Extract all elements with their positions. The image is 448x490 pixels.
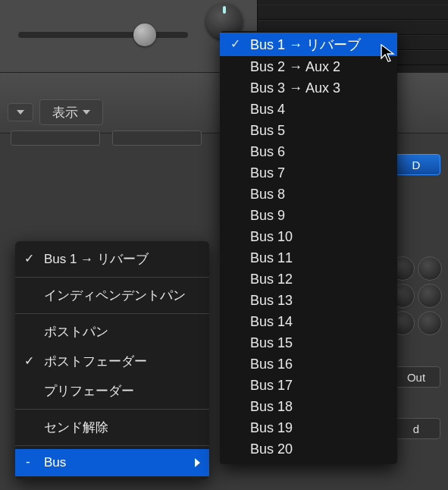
menu-item-pre-fader[interactable]: プリフェーダー — [15, 376, 209, 406]
bus-menu-item[interactable]: Bus 16 — [220, 353, 397, 375]
submenu-arrow-icon — [195, 458, 200, 467]
slot-d2[interactable]: d — [392, 418, 440, 439]
bus-submenu: ✓ Bus 1 → リバーブ Bus 2 → Aux 2 Bus 3 → Aux… — [220, 31, 397, 464]
bus-menu-label: Bus 17 — [250, 378, 293, 393]
zoom-slider-track[interactable] — [18, 32, 188, 38]
bus-menu-label: Bus 2 → Aux 2 — [250, 59, 340, 74]
bus-menu-label: Bus 7 — [250, 165, 285, 181]
bus-menu-item[interactable]: Bus 2 → Aux 2 — [220, 56, 397, 77]
bus-menu-label: Bus 13 — [250, 293, 293, 308]
menu-item-remove-send[interactable]: センド解除 — [15, 413, 209, 442]
show-view-button[interactable]: 表示 — [39, 99, 103, 125]
slot-label: d — [413, 422, 419, 435]
zoom-slider-thumb[interactable] — [133, 24, 156, 46]
menu-item-independent-pan[interactable]: インディペンデントパン — [15, 281, 209, 310]
bus-menu-label: Bus 11 — [250, 250, 293, 265]
check-icon: ✓ — [24, 353, 34, 368]
bus-menu-item[interactable]: Bus 8 — [220, 184, 397, 205]
menu-item-label: プリフェーダー — [44, 384, 134, 398]
bus-menu-item[interactable]: Bus 17 — [220, 375, 397, 396]
bus-menu-item[interactable]: Bus 5 — [220, 120, 397, 141]
send-knob[interactable] — [418, 311, 442, 335]
menu-item-bus-submenu[interactable]: - Bus — [15, 449, 209, 476]
menu-item-label: ポストパン — [44, 325, 108, 339]
chevron-down-icon — [83, 110, 90, 115]
channel-slot[interactable] — [112, 130, 202, 146]
menu-item-label: Bus 1 → リバーブ — [44, 252, 149, 266]
bus-menu-label: Bus 16 — [250, 357, 293, 372]
bus-menu-label: Bus 14 — [250, 314, 293, 329]
insert-label: D — [412, 159, 421, 171]
bus-menu-item[interactable]: Bus 4 — [220, 99, 397, 120]
bus-menu-item[interactable]: Bus 20 — [220, 438, 397, 460]
bus-menu-item[interactable]: Bus 6 — [220, 141, 397, 162]
chevron-down-icon — [17, 110, 24, 115]
bus-menu-item[interactable]: Bus 7 — [220, 162, 397, 184]
output-slot[interactable]: Out — [392, 366, 440, 388]
bus-menu-item[interactable]: Bus 14 — [220, 311, 397, 332]
check-icon: ✓ — [230, 36, 240, 51]
menu-item-post-fader[interactable]: ✓ ポストフェーダー — [15, 347, 209, 376]
bus-menu-item[interactable]: Bus 19 — [220, 417, 397, 438]
bus-menu-label: Bus 5 — [250, 123, 285, 138]
dash-icon: - — [26, 454, 30, 470]
bus-menu-label: Bus 3 → Aux 3 — [250, 80, 340, 96]
bus-menu-label: Bus 1 → リバーブ — [250, 37, 361, 52]
bus-menu-label: Bus 6 — [250, 144, 285, 159]
toolbar-dropdown-button[interactable] — [8, 103, 33, 121]
menu-separator — [15, 313, 209, 314]
bus-menu-label: Bus 20 — [250, 441, 293, 457]
pan-indicator — [223, 6, 226, 14]
bus-menu-label: Bus 4 — [250, 102, 285, 117]
bus-menu-item[interactable]: Bus 12 — [220, 269, 397, 290]
bus-menu-label: Bus 8 — [250, 187, 285, 202]
menu-separator — [15, 277, 209, 278]
bus-menu-item[interactable]: Bus 11 — [220, 247, 397, 269]
send-context-menu: ✓ Bus 1 → リバーブ インディペンデントパン ポストパン ✓ ポストフェ… — [15, 241, 209, 479]
menu-item-current-send[interactable]: ✓ Bus 1 → リバーブ — [15, 244, 209, 274]
bus-menu-item[interactable]: Bus 3 → Aux 3 — [220, 77, 397, 99]
bus-menu-label: Bus 18 — [250, 399, 293, 414]
menu-item-label: ポストフェーダー — [44, 354, 147, 369]
bus-menu-item[interactable]: ✓ Bus 1 → リバーブ — [220, 33, 397, 56]
menu-item-label: センド解除 — [44, 420, 108, 435]
check-icon: ✓ — [24, 251, 34, 265]
channel-slot[interactable] — [11, 130, 100, 146]
menu-separator — [15, 445, 209, 446]
menu-item-label: インディペンデントパン — [44, 288, 186, 303]
bus-menu-item[interactable]: Bus 13 — [220, 290, 397, 311]
bus-menu-item[interactable]: Bus 10 — [220, 226, 397, 247]
show-view-label: 表示 — [52, 104, 78, 121]
bus-menu-item[interactable]: Bus 18 — [220, 396, 397, 417]
bus-menu-label: Bus 15 — [250, 335, 293, 350]
bus-menu-label: Bus 19 — [250, 420, 293, 435]
send-knob[interactable] — [418, 284, 442, 308]
send-knob[interactable] — [418, 256, 442, 281]
bus-menu-item[interactable]: Bus 15 — [220, 332, 397, 353]
bus-menu-label: Bus 12 — [250, 272, 293, 287]
bus-menu-label: Bus 9 — [250, 208, 285, 223]
output-label: Out — [407, 371, 425, 384]
menu-separator — [15, 409, 209, 410]
bus-menu-label: Bus 10 — [250, 229, 293, 244]
insert-slot-d[interactable]: D — [392, 154, 440, 175]
bus-menu-item[interactable]: Bus 9 — [220, 205, 397, 226]
menu-item-label: Bus — [44, 455, 66, 470]
menu-item-post-pan[interactable]: ポストパン — [15, 317, 209, 347]
